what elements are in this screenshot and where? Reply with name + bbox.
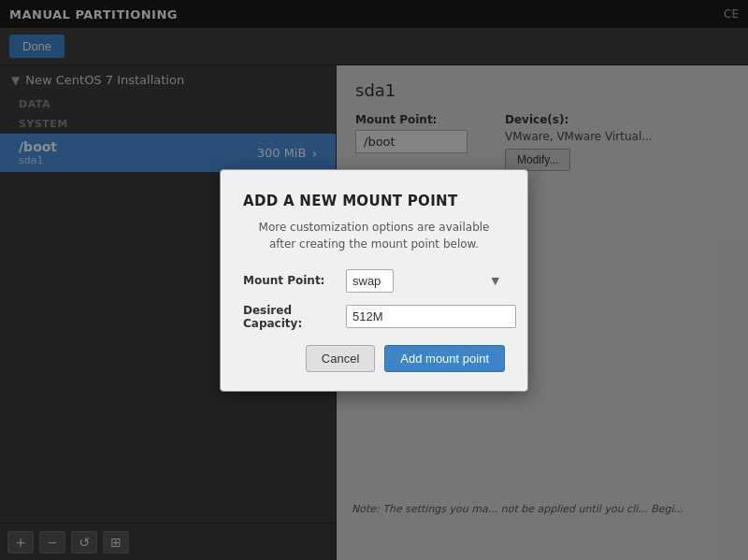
modal-capacity-row: Desired Capacity: — [243, 304, 505, 330]
mount-point-select[interactable]: swap / /boot /home /var /tmp — [346, 269, 394, 293]
select-chevron-icon: ▼ — [492, 275, 499, 287]
add-mount-point-button[interactable]: Add mount point — [384, 345, 505, 372]
modal-capacity-label: Desired Capacity: — [243, 304, 346, 330]
modal-overlay: ADD A NEW MOUNT POINT More customization… — [0, 0, 748, 560]
mount-point-select-wrapper: swap / /boot /home /var /tmp ▼ — [346, 269, 505, 293]
modal-buttons: Cancel Add mount point — [243, 345, 505, 372]
add-mount-point-dialog: ADD A NEW MOUNT POINT More customization… — [220, 169, 528, 392]
cancel-button[interactable]: Cancel — [306, 345, 375, 372]
modal-mount-point-label: Mount Point: — [243, 274, 346, 287]
modal-title: ADD A NEW MOUNT POINT — [243, 193, 505, 209]
modal-mount-point-row: Mount Point: swap / /boot /home /var /tm… — [243, 269, 505, 293]
modal-subtitle: More customization options are available… — [243, 219, 505, 252]
desired-capacity-input[interactable] — [346, 305, 516, 328]
